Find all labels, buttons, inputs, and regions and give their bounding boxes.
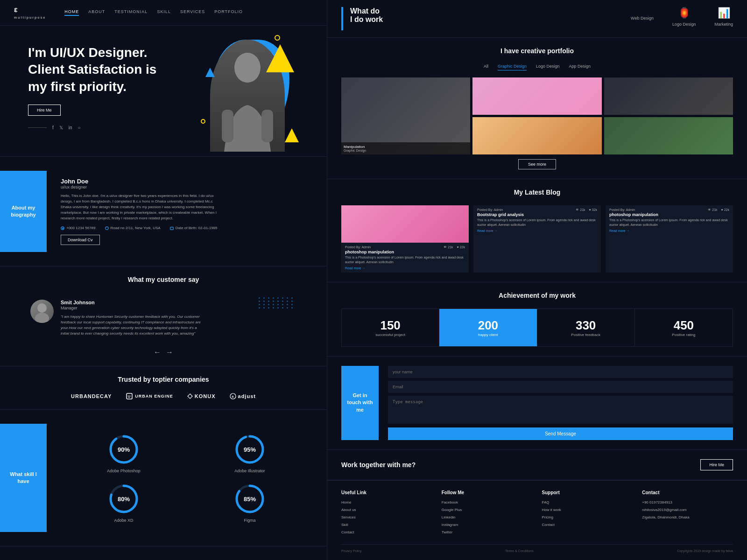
footer-col-0: Useful Link HomeAbout usServicesSkillCon… bbox=[341, 490, 432, 537]
about-label-box: About my biography bbox=[0, 171, 47, 252]
portfolio-tab-3[interactable]: App Design bbox=[569, 64, 591, 70]
dot-item bbox=[263, 304, 265, 305]
nav-portfolio[interactable]: PORTFOLIO bbox=[214, 9, 243, 16]
dot-item bbox=[273, 307, 274, 308]
prev-arrow[interactable]: ← bbox=[154, 348, 161, 357]
nav-services[interactable]: SERVICES bbox=[180, 9, 205, 16]
contact-form: Send Message bbox=[388, 366, 733, 440]
footer-link-1-0[interactable]: Facebook bbox=[442, 500, 533, 505]
about-section: About my biography John Doe ui/ux design… bbox=[0, 156, 327, 266]
footer-link-2-0[interactable]: FAQ bbox=[542, 500, 633, 505]
work-together-section: Work together with me? Hire Me bbox=[327, 450, 747, 480]
achievement-item-3: 450 Positive rating bbox=[635, 309, 733, 346]
footer-link-1-3[interactable]: Instagram bbox=[442, 522, 533, 528]
footer-link-2-2[interactable]: Pricing bbox=[542, 515, 633, 520]
footer-link-0-0[interactable]: Home bbox=[341, 500, 432, 505]
dot-item bbox=[273, 304, 274, 305]
right-whatdo-item-1: 🏮 Logo Design bbox=[672, 7, 696, 27]
testimonial-section: What my customer say Smit Johnson Manage… bbox=[0, 266, 327, 366]
dot-circle-1 bbox=[275, 35, 280, 41]
blog-stats-1: 👁 21k ♥ 32k bbox=[576, 208, 597, 211]
portfolio-tab-1[interactable]: Graphic Design bbox=[498, 64, 527, 70]
social-facebook[interactable]: f bbox=[52, 125, 54, 130]
footer-link-1-2[interactable]: Linkedin bbox=[442, 515, 533, 520]
blog-readmore-0[interactable]: Read more → bbox=[345, 266, 465, 270]
blog-meta-0: Posted By: Admin 👁 21k ♥ 22k photoshop m… bbox=[341, 243, 469, 273]
dot-item bbox=[277, 304, 279, 305]
next-arrow[interactable]: → bbox=[166, 348, 173, 357]
portfolio-item-0[interactable]: Manipulation Graphic Design bbox=[341, 77, 470, 154]
right-column: What doI do work Web Design 🏮 Logo Desig… bbox=[327, 0, 747, 560]
blog-card-0: Posted By: Admin 👁 21k ♥ 22k photoshop m… bbox=[341, 205, 469, 273]
achievement-number-2: 330 bbox=[547, 318, 625, 333]
svg-marker-11 bbox=[188, 394, 192, 399]
achievement-number-0: 150 bbox=[351, 318, 430, 333]
footer-link-2-1[interactable]: How it work bbox=[542, 507, 633, 513]
send-message-button[interactable]: Send Message bbox=[388, 427, 733, 440]
see-more-button[interactable]: See more bbox=[518, 159, 556, 169]
footer-link-0-1[interactable]: About us bbox=[341, 507, 432, 513]
dot-item bbox=[268, 304, 269, 305]
copyright-text: Copyrights 2019 design made by fatua bbox=[677, 549, 733, 553]
dot-item bbox=[268, 297, 269, 299]
nav-about[interactable]: ABOUT bbox=[88, 9, 105, 16]
portfolio-item-type-0: Graphic Design bbox=[344, 149, 468, 152]
footer-link-3-0[interactable]: +90 01972384913 bbox=[642, 500, 733, 505]
achievement-label-1: happy client bbox=[449, 333, 527, 337]
about-content: John Doe ui/ux designer Hello, This is J… bbox=[47, 171, 327, 252]
footer-link-0-4[interactable]: Contact bbox=[341, 530, 432, 535]
skill-item-2: 80% Adobe XD bbox=[65, 483, 182, 523]
achievement-section: Achievement of my work 150 successful pr… bbox=[327, 282, 747, 357]
skill-name-0: Adobe Photoshop bbox=[107, 469, 141, 473]
dot-item bbox=[277, 307, 279, 308]
nav-skill[interactable]: SKILL bbox=[157, 9, 171, 16]
portfolio-item-3[interactable] bbox=[472, 117, 601, 154]
logo[interactable]: ε multipurpose bbox=[14, 6, 46, 20]
footer-link-2-3[interactable]: Contact bbox=[542, 522, 633, 528]
footer-link-1-1[interactable]: Google Plus bbox=[442, 507, 533, 513]
blog-thumbnail-0 bbox=[341, 205, 469, 243]
work-together-hire-button[interactable]: Hire Me bbox=[700, 459, 733, 470]
portfolio-item-2[interactable] bbox=[604, 77, 733, 115]
blog-readmore-2[interactable]: Read more → bbox=[609, 229, 729, 232]
skill-circle-container-3: 85% bbox=[233, 483, 266, 515]
download-cv-button[interactable]: Download Cv bbox=[61, 235, 100, 245]
blog-readmore-1[interactable]: Read more → bbox=[477, 229, 597, 232]
nav-home[interactable]: HOME bbox=[64, 9, 79, 16]
footer-link-1-4[interactable]: Twitter bbox=[442, 530, 533, 535]
portfolio-item-4[interactable] bbox=[604, 117, 733, 154]
nav-testimonial[interactable]: TESTIMONIAL bbox=[114, 9, 148, 16]
footer-link-0-2[interactable]: Services bbox=[341, 515, 432, 520]
social-instagram[interactable]: ○ bbox=[78, 125, 81, 130]
contact-email-input[interactable] bbox=[388, 381, 733, 393]
skills-label-box: What skill I have bbox=[0, 424, 47, 532]
achievement-label-0: successful project bbox=[351, 333, 430, 337]
company-konux: KONUX bbox=[187, 393, 216, 399]
right-whatdo-content: What doI do work bbox=[350, 7, 383, 26]
footer-link-3-2[interactable]: Zigatola, Dhanmondi, Dhaka bbox=[642, 515, 733, 520]
dot-item bbox=[277, 297, 279, 299]
dot-item bbox=[287, 301, 288, 302]
terms-conditions-link[interactable]: Terms & Conditions bbox=[505, 549, 534, 553]
blog-section: My Latest Blog Posted By: Admin 👁 21k ♥ … bbox=[327, 179, 747, 282]
footer-bottom: Privacy Policy Terms & Conditions Copyri… bbox=[341, 544, 733, 553]
hero-hire-button[interactable]: Hire Me bbox=[28, 105, 61, 116]
social-twitter[interactable]: 𝕏 bbox=[59, 125, 63, 130]
portfolio-tab-0[interactable]: All bbox=[484, 64, 488, 70]
skill-item-3: 85% Figma bbox=[191, 483, 308, 523]
contact-message-textarea[interactable] bbox=[388, 396, 733, 424]
dot-item bbox=[287, 297, 288, 299]
work-together-text: Work together with me? bbox=[341, 461, 416, 469]
portfolio-tab-2[interactable]: Logo Design bbox=[536, 64, 560, 70]
contact-name-input[interactable] bbox=[388, 366, 733, 378]
dot-item bbox=[291, 304, 293, 305]
portfolio-item-1[interactable] bbox=[472, 77, 601, 115]
blog-meta-2: Posted By: Admin 👁 21k ♥ 22k photoshop m… bbox=[606, 205, 733, 235]
footer-link-3-1[interactable]: nihilosiva2019@gmail.com bbox=[642, 507, 733, 513]
footer-link-0-3[interactable]: Skill bbox=[341, 522, 432, 528]
social-linkedin[interactable]: in bbox=[69, 125, 72, 130]
skill-name-1: Adobe Illustrator bbox=[234, 469, 265, 473]
privacy-policy-link[interactable]: Privacy Policy bbox=[341, 549, 362, 553]
achievement-label-3: Positive rating bbox=[644, 333, 723, 337]
right-whatdo-label-1: Logo Design bbox=[672, 22, 696, 27]
